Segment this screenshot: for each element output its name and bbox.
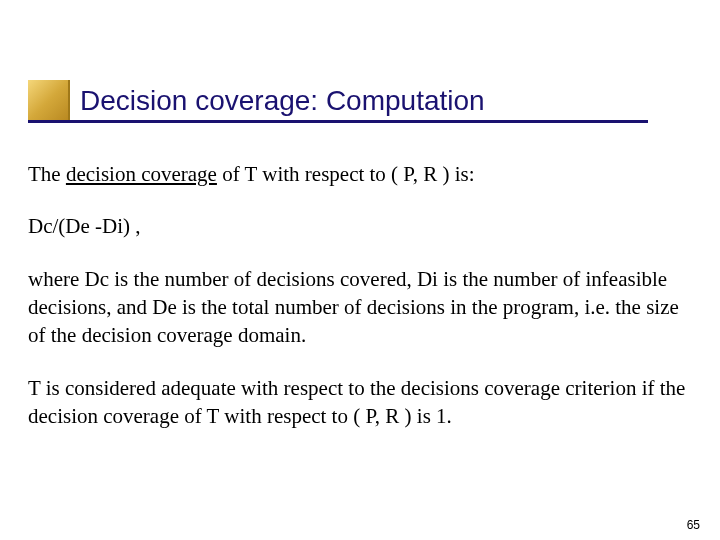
- slide-body: The decision coverage of T with respect …: [28, 160, 688, 430]
- paragraph-4: T is considered adequate with respect to…: [28, 374, 688, 431]
- title-underline-rule: [28, 120, 648, 123]
- paragraph-3: where Dc is the number of decisions cove…: [28, 265, 688, 350]
- title-accent-block: [28, 80, 70, 122]
- p1-term: decision coverage: [66, 162, 217, 186]
- paragraph-2: Dc/(De -Di) ,: [28, 212, 688, 240]
- p1-pre: The: [28, 162, 66, 186]
- paragraph-1: The decision coverage of T with respect …: [28, 160, 688, 188]
- slide-title: Decision coverage: Computation: [80, 85, 485, 117]
- page-number: 65: [687, 518, 700, 532]
- p1-post: of T with respect to ( P, R ) is:: [217, 162, 475, 186]
